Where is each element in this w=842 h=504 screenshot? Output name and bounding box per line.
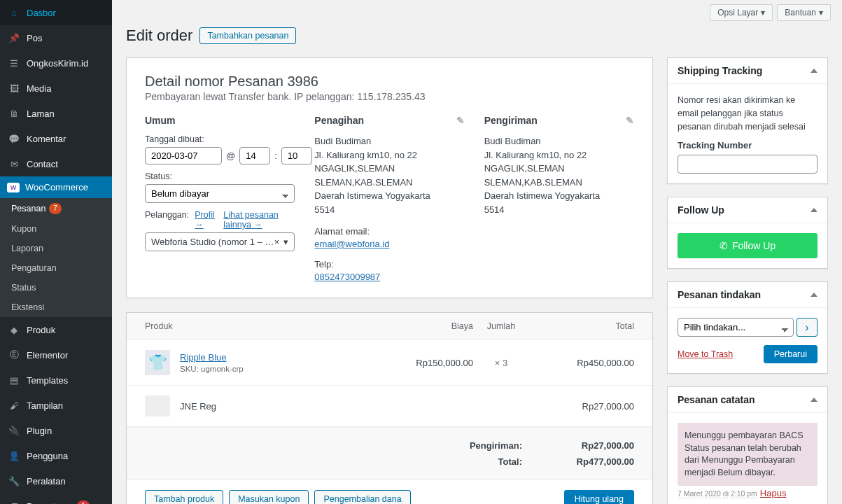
collapse-icon[interactable] — [811, 293, 818, 297]
edit-shipping-icon[interactable]: ✎ — [626, 115, 634, 126]
sidebar-item-komentar[interactable]: 💬Komentar — [0, 126, 112, 151]
tag-icon: ◆ — [7, 323, 21, 337]
user-icon: 👤 — [7, 449, 21, 463]
sidebar-item-peralatan[interactable]: 🔧Peralatan — [0, 468, 112, 493]
shipping-tracking-panel: Shipping Tracking Nomor resi akan dikiri… — [667, 57, 828, 184]
sidebar-item-pengaturan[interactable]: 🖥Pengaturan1 — [0, 493, 112, 504]
elementor-icon: Ⓔ — [7, 348, 21, 362]
sidebar-item-ongkoskirim[interactable]: ☰OngkosKirim.id — [0, 50, 112, 76]
tools-icon: 🔧 — [7, 474, 21, 488]
move-to-trash-link[interactable]: Move to Trash — [678, 349, 733, 359]
col-cost: Biaya — [389, 321, 473, 331]
shipping-icon — [145, 396, 170, 416]
submenu-pesanan[interactable]: Pesanan7 — [0, 198, 112, 219]
recalculate-button[interactable]: Hitung ulang — [564, 490, 634, 504]
main-content: Opsi Layar ▾ Bantuan ▾ Edit order Tambah… — [112, 0, 842, 504]
woocommerce-submenu: Pesanan7 Kupon Laporan Pengaturan Status… — [0, 198, 112, 317]
chevron-down-icon: ▾ — [761, 8, 765, 18]
date-label: Tanggal dibuat: — [145, 134, 295, 144]
help-button[interactable]: Bantuan ▾ — [777, 4, 831, 21]
product-name-link[interactable]: Ripple Blue — [180, 352, 227, 363]
sidebar-item-plugin[interactable]: 🔌Plugin — [0, 418, 112, 443]
order-note: Menunggu pembayaran BACS Status pesanan … — [678, 423, 818, 486]
submenu-pengaturan[interactable]: Pengaturan — [0, 258, 112, 278]
collapse-icon[interactable] — [811, 208, 818, 212]
collapse-icon[interactable] — [811, 398, 818, 402]
refund-button[interactable]: Pengembalian dana — [314, 490, 410, 504]
top-bar: Opsi Layar ▾ Bantuan ▾ — [112, 0, 842, 21]
billing-column: Penagihan✎ Budi Budiman Jl. Kaliurang km… — [314, 115, 464, 282]
submenu-status[interactable]: Status — [0, 278, 112, 298]
collapse-icon[interactable] — [811, 69, 818, 73]
profile-link[interactable]: Profil → — [195, 210, 218, 230]
chevron-down-icon: ▾ — [819, 8, 823, 18]
product-sku: SKU: ugmonk-crp — [180, 365, 244, 373]
sidebar-item-produk[interactable]: ◆Produk — [0, 317, 112, 342]
brush-icon: 🖌 — [7, 398, 21, 412]
box-icon: ☰ — [7, 56, 21, 70]
customer-select[interactable]: Webforia Studio (nomor 1 – reavinci… ×▾ — [145, 232, 295, 251]
sidebar-item-pos[interactable]: 📌Pos — [0, 25, 112, 50]
add-coupon-button[interactable]: Masukan kupon — [229, 490, 309, 504]
product-thumb: 👕 — [145, 350, 170, 375]
col-qty: Jumlah — [473, 321, 529, 331]
submenu-laporan[interactable]: Laporan — [0, 239, 112, 258]
sidebar-item-templates[interactable]: ▤Templates — [0, 368, 112, 393]
dashboard-icon: ⌂ — [7, 6, 21, 20]
tracking-input[interactable] — [678, 155, 818, 174]
order-title: Detail nomor Pesanan 3986 — [145, 74, 634, 90]
submenu-ekstensi[interactable]: Ekstensi — [0, 298, 112, 317]
tracking-label: Tracking Number — [678, 140, 818, 150]
update-button[interactable]: Perbarui — [764, 345, 818, 363]
page-icon: 🗎 — [7, 106, 21, 120]
whatsapp-icon: ✆ — [720, 240, 728, 251]
sidebar-item-laman[interactable]: 🗎Laman — [0, 101, 112, 126]
clear-icon[interactable]: × — [274, 237, 280, 247]
date-input[interactable] — [145, 147, 222, 164]
status-select[interactable]: Belum dibayar — [145, 184, 295, 203]
sidebar-item-dasbor[interactable]: ⌂Dasbor — [0, 0, 112, 25]
page-title: Edit order — [126, 27, 192, 45]
order-actions-panel: Pesanan tindakan Pilih tindakan... › Mov… — [667, 281, 828, 374]
order-notes-panel: Pesanan catatan Menunggu pembayaran BACS… — [667, 386, 828, 504]
phone-link[interactable]: 0852473009987 — [314, 272, 380, 282]
chevron-down-icon: ▾ — [283, 237, 288, 247]
email-link[interactable]: email@webforia.id — [314, 239, 389, 249]
sidebar-item-media[interactable]: 🖾Media — [0, 76, 112, 101]
sidebar-item-woocommerce[interactable]: WWooCommerce — [0, 176, 112, 198]
shipping-row: JNE Reg Rp27,000.00 — [127, 386, 652, 427]
edit-billing-icon[interactable]: ✎ — [456, 115, 465, 126]
add-product-button[interactable]: Tambah produk — [145, 490, 223, 504]
sidebar-item-elementor[interactable]: ⒺElementor — [0, 342, 112, 368]
add-order-button[interactable]: Tambahkan pesanan — [199, 27, 296, 44]
run-action-button[interactable]: › — [797, 318, 818, 337]
view-orders-link[interactable]: Lihat pesanan lainnya → — [223, 210, 295, 230]
shipping-total: Rp27,000.00 — [529, 401, 634, 412]
sidebar-item-contact[interactable]: ✉Contact — [0, 151, 112, 176]
mail-icon: ✉ — [7, 157, 21, 171]
woo-icon: W — [7, 183, 20, 192]
item-cost: Rp150,000.00 — [389, 358, 473, 368]
gear-icon: 🖥 — [7, 499, 21, 504]
action-select[interactable]: Pilih tindakan... — [678, 318, 794, 337]
item-row: 👕 Ripple Blue SKU: ugmonk-crp Rp150,000.… — [127, 340, 652, 386]
followup-button[interactable]: ✆Follow Up — [678, 233, 818, 258]
templates-icon: ▤ — [7, 373, 21, 387]
followup-panel: Follow Up ✆Follow Up — [667, 197, 828, 269]
pesanan-count-badge: 7 — [49, 203, 62, 214]
media-icon: 🖾 — [7, 81, 21, 95]
col-product: Produk — [145, 321, 389, 331]
sidebar-item-tampilan[interactable]: 🖌Tampilan — [0, 393, 112, 418]
submenu-kupon[interactable]: Kupon — [0, 219, 112, 239]
tracking-description: Nomor resi akan dikirimkan ke email pela… — [678, 94, 818, 133]
screen-options-button[interactable]: Opsi Layar ▾ — [710, 4, 773, 21]
item-qty: × 3 — [473, 358, 529, 368]
customer-label: Pelanggan: — [145, 210, 189, 230]
order-subtitle: Pembayaran lewat Transfer bank. IP pelan… — [145, 91, 634, 102]
sidebar-item-pengguna[interactable]: 👤Pengguna — [0, 443, 112, 468]
update-badge: 1 — [77, 500, 90, 504]
minute-input[interactable] — [281, 147, 312, 164]
hour-input[interactable] — [239, 147, 270, 164]
general-column: Umum Tanggal dibuat: @ : Status: — [145, 115, 295, 282]
plug-icon: 🔌 — [7, 424, 21, 438]
